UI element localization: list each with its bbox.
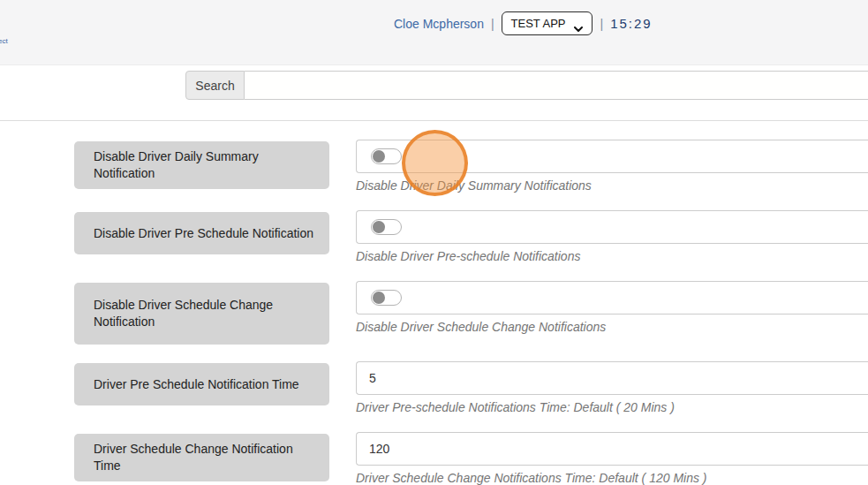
search-group: Search	[185, 71, 868, 100]
setting-label: Disable Driver Pre Schedule Notification	[74, 212, 329, 254]
disable-daily-summary-toggle[interactable]	[371, 148, 402, 164]
helper-text: Disable Driver Pre-schedule Notification…	[356, 248, 868, 264]
header-separator: |	[600, 17, 603, 31]
search-button[interactable]: Search	[185, 71, 245, 100]
toggle-knob	[373, 292, 385, 304]
logo-fragment: ect	[0, 37, 8, 45]
toggle-knob	[373, 150, 385, 163]
helper-text: Disable Driver Schedule Change Notificat…	[356, 319, 868, 335]
disable-schedule-change-toggle[interactable]	[371, 290, 402, 306]
row-pre-schedule-time: Driver Pre Schedule Notification Time Dr…	[0, 361, 868, 415]
row-disable-daily-summary: Disable Driver Daily Summary Notificatio…	[0, 140, 868, 193]
time-display: 15:29	[610, 16, 653, 31]
header-user-area: Cloe Mcpherson | TEST APP | 15:29	[394, 11, 653, 35]
helper-text: Driver Pre-schedule Notifications Time: …	[356, 399, 868, 415]
header-separator: |	[491, 17, 494, 31]
row-schedule-change-time: Driver Schedule Change Notification Time…	[0, 432, 868, 485]
setting-label: Disable Driver Schedule Change Notificat…	[74, 283, 329, 345]
user-name-link[interactable]: Cloe Mcpherson	[394, 17, 484, 31]
app-header: ect Cloe Mcpherson | TEST APP | 15:29	[0, 0, 868, 65]
setting-label: Driver Pre Schedule Notification Time	[74, 363, 329, 405]
row-disable-schedule-change: Disable Driver Schedule Change Notificat…	[0, 281, 868, 345]
schedule-change-time-input[interactable]	[356, 432, 868, 466]
disable-pre-schedule-toggle[interactable]	[371, 219, 402, 235]
helper-text: Disable Driver Daily Summary Notificatio…	[356, 178, 868, 193]
search-input[interactable]	[245, 71, 868, 100]
helper-text: Driver Schedule Change Notifications Tim…	[356, 470, 868, 485]
toggle-knob	[373, 221, 385, 233]
app-select-value: TEST APP	[511, 17, 566, 30]
row-disable-pre-schedule: Disable Driver Pre Schedule Notification…	[0, 210, 868, 264]
setting-label: Disable Driver Daily Summary Notificatio…	[74, 141, 329, 189]
setting-label: Driver Schedule Change Notification Time	[74, 434, 329, 481]
settings-panel: Disable Driver Daily Summary Notificatio…	[0, 121, 868, 485]
app-select[interactable]: TEST APP	[502, 11, 593, 35]
toolbar: Search	[0, 65, 868, 120]
pre-schedule-time-input[interactable]	[356, 361, 868, 395]
chevron-down-icon	[574, 21, 583, 27]
